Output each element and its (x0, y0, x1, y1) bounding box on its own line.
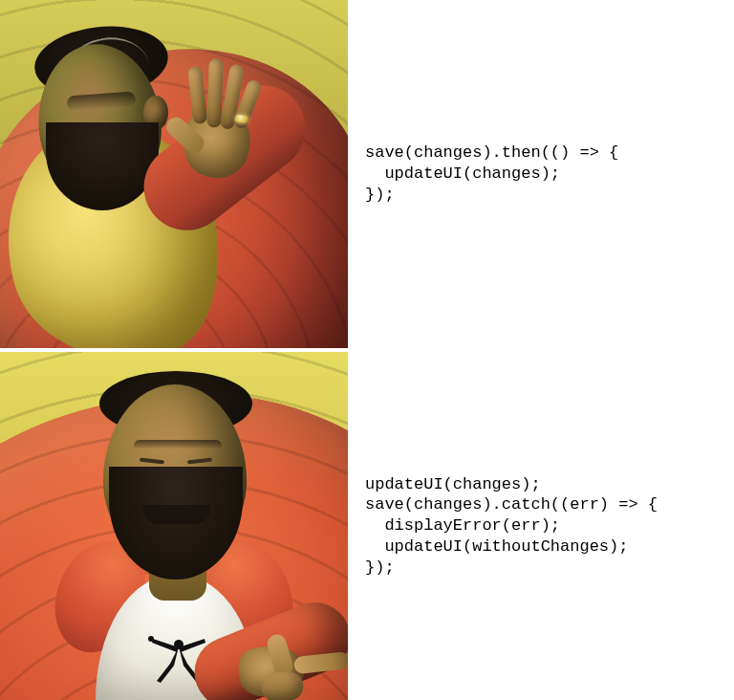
drake-panel-disapprove (0, 0, 348, 348)
code-panel-approve: updateUI(changes); save(changes).catch((… (352, 352, 734, 700)
svg-point-1 (148, 636, 154, 642)
pointing-hand-icon (236, 625, 348, 700)
raised-hand-icon (172, 52, 269, 182)
drake-panel-approve (0, 352, 348, 700)
code-snippet-top: save(changes).then(() => { updateUI(chan… (365, 142, 618, 205)
drake-approve-image (0, 352, 348, 700)
drake-meme-grid: save(changes).then(() => { updateUI(chan… (0, 0, 734, 700)
code-snippet-bottom: updateUI(changes); save(changes).catch((… (365, 474, 658, 579)
code-panel-disapprove: save(changes).then(() => { updateUI(chan… (352, 0, 734, 348)
drake-disapprove-image (0, 0, 348, 348)
